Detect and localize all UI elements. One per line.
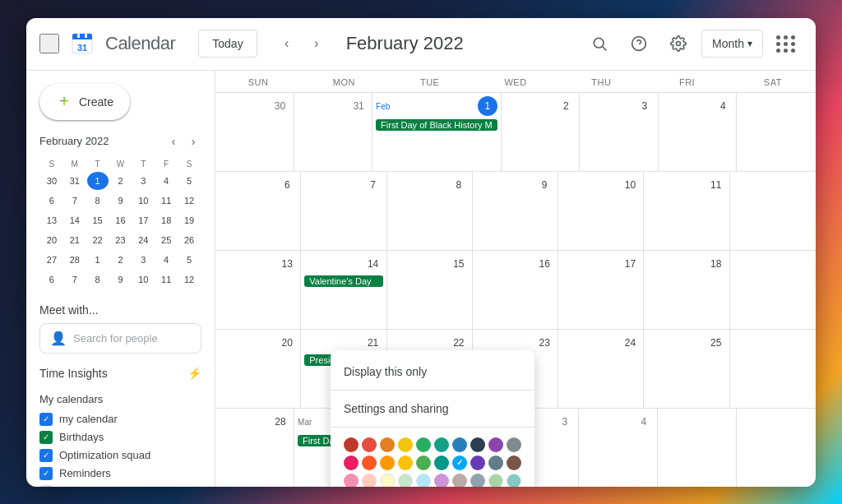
calendar-item-my-calendar[interactable]: ✓ my calendar [39,410,201,428]
mini-day[interactable]: 9 [110,192,132,210]
color-tangerine[interactable] [380,437,395,452]
today-button[interactable]: Today [198,30,257,58]
color-grape[interactable] [507,437,521,452]
mini-day[interactable]: 2 [110,172,132,190]
day-cell-jan30[interactable]: 30 [215,93,294,171]
color-tomato[interactable] [344,437,359,452]
color-r15[interactable] [416,474,431,487]
event-valentines[interactable]: Valentine's Day [304,275,382,287]
menu-button[interactable] [39,34,59,53]
mini-day[interactable]: 15 [87,211,109,229]
next-month-button[interactable]: › [303,30,330,57]
mini-day[interactable]: 12 [178,270,200,289]
day-cell-feb6[interactable]: 6 [215,172,301,250]
color-lavender[interactable] [488,437,503,452]
color-basil[interactable] [434,437,449,452]
color-r18[interactable] [470,474,485,487]
color-banana[interactable] [398,437,413,452]
color-blueberry[interactable] [470,437,485,452]
day-cell-feb13[interactable]: 13 [215,251,301,329]
mini-day[interactable]: 14 [64,211,86,229]
mini-day[interactable]: 5 [178,251,200,269]
mini-day[interactable]: 9 [110,270,132,289]
mini-day[interactable]: 17 [132,211,154,229]
day-cell-feb20[interactable]: 20 [215,330,301,408]
day-cell-feb19[interactable] [730,251,816,329]
day-cell-feb28[interactable]: 28 [215,409,294,487]
day-cell-feb18[interactable]: 18 [644,251,729,329]
search-button[interactable] [583,27,616,60]
day-cell-feb4[interactable]: 4 [659,93,738,171]
mini-day[interactable]: 28 [64,251,86,269]
mini-prev-button[interactable]: ‹ [165,133,182,150]
people-search-input[interactable]: 👤 Search for people [39,323,201,354]
color-peacock[interactable] [452,437,467,452]
day-cell-feb7[interactable]: 7 [301,172,386,250]
calendar-checkbox-optimization[interactable]: ✓ [39,449,53,462]
color-r14[interactable] [398,474,413,487]
day-cell-mar6[interactable] [737,409,816,487]
mini-day[interactable]: 12 [178,192,200,210]
color-r2[interactable] [362,455,377,470]
color-r9[interactable] [488,455,503,470]
settings-button[interactable] [662,27,695,60]
color-r10[interactable] [507,455,521,470]
day-cell-feb26[interactable] [730,330,816,408]
day-cell-feb2[interactable]: 2 [502,93,581,171]
mini-day[interactable]: 11 [155,192,177,210]
view-selector[interactable]: Month ▾ [701,30,763,58]
color-r3[interactable] [380,455,395,470]
calendar-item-reminders[interactable]: ✓ Reminders [39,465,201,483]
mini-day[interactable]: 10 [132,192,154,210]
day-cell-feb12[interactable] [730,172,816,250]
color-r20[interactable] [507,474,521,487]
mini-day[interactable]: 8 [87,192,109,210]
mini-day[interactable]: 24 [132,231,154,249]
day-cell-feb24[interactable]: 24 [558,330,644,408]
mini-day[interactable]: 2 [110,251,132,269]
help-button[interactable] [622,27,655,60]
color-r7-selected[interactable] [452,455,467,470]
day-cell-feb15[interactable]: 15 [387,251,473,329]
event-black-history[interactable]: First Day of Black History M [376,119,497,131]
day-cell-feb11[interactable]: 11 [644,172,729,250]
color-flamingo[interactable] [362,437,377,452]
calendar-checkbox-birthdays[interactable]: ✓ [39,431,53,444]
calendar-checkbox-tasks[interactable] [39,485,53,487]
display-only-option[interactable]: Display this only [331,357,534,386]
mini-day[interactable]: 10 [132,270,154,289]
color-r4[interactable] [398,455,413,470]
settings-sharing-option[interactable]: Settings and sharing [331,394,534,423]
day-cell-feb17[interactable]: 17 [558,251,644,329]
color-r16[interactable] [434,474,449,487]
day-cell-feb14[interactable]: 14 Valentine's Day [301,251,386,329]
mini-day-today[interactable]: 1 [87,172,109,190]
day-cell-feb5[interactable] [737,93,816,171]
day-cell-jan31[interactable]: 31 [294,93,373,171]
mini-day[interactable]: 4 [155,251,177,269]
mini-next-button[interactable]: › [185,133,201,150]
mini-day[interactable]: 31 [64,172,86,190]
mini-day[interactable]: 7 [64,192,86,210]
color-r11[interactable] [344,474,359,487]
mini-day[interactable]: 22 [87,231,109,249]
color-r5[interactable] [416,455,431,470]
calendar-item-optimization-squad[interactable]: ✓ Optimization squad [39,446,201,465]
day-cell-feb16[interactable]: 16 [473,251,558,329]
mini-day[interactable]: 1 [87,251,109,269]
apps-button[interactable] [770,27,803,60]
mini-day[interactable]: 30 [41,172,62,190]
color-r19[interactable] [488,474,503,487]
day-cell-feb10[interactable]: 10 [558,172,644,250]
color-r13[interactable] [380,474,395,487]
day-cell-mar4[interactable]: 4 [579,409,658,487]
calendar-item-tasks[interactable]: Tasks [39,483,201,487]
day-cell-mar5[interactable] [658,409,737,487]
mini-day[interactable]: 26 [178,231,200,249]
mini-day[interactable]: 25 [155,231,177,249]
mini-day[interactable]: 23 [110,231,132,249]
color-r6[interactable] [434,455,449,470]
mini-day[interactable]: 13 [41,211,62,229]
color-r12[interactable] [362,474,377,487]
calendar-item-birthdays[interactable]: ✓ Birthdays [39,428,201,446]
